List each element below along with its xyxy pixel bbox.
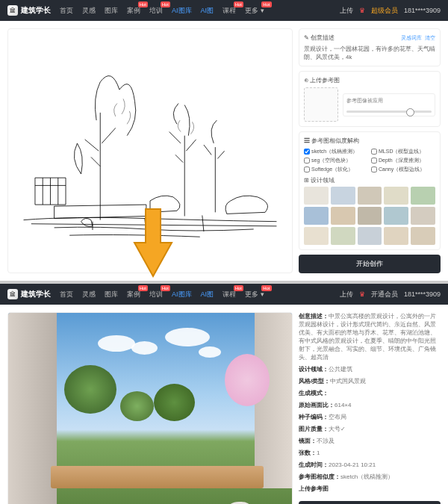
mode-Depth[interactable]: Depth（深度推测） [371, 157, 435, 164]
result-sidebar: 创意描述：中景公寓高楼的景观设计，公寓外的一片景观园林设计，设计形式现代简约、亲… [299, 312, 441, 504]
style-thumb[interactable] [331, 187, 355, 205]
style-thumb[interactable] [411, 227, 435, 245]
style-thumb[interactable] [304, 207, 329, 225]
mode-seg[interactable]: seg（空间色块） [304, 157, 368, 164]
generate-button[interactable]: 开始创作 [299, 255, 441, 273]
render-canvas[interactable] [7, 312, 293, 504]
meta-list: 创意描述：中景公寓高楼的景观设计，公寓外的一片景观园林设计，设计形式现代简约、亲… [299, 312, 441, 497]
nav-案例[interactable]: 案例Hot [127, 290, 140, 299]
meta-row: 生成模式： [299, 389, 441, 397]
hot-badge: Hot [261, 285, 271, 291]
sim-title: 参考图相似度解构 [311, 137, 359, 144]
meta-row: 图片质量：大号✓ [299, 425, 441, 433]
ref-weight[interactable]: 参考图像被应用 [343, 93, 435, 116]
retry-button[interactable]: 再试一次 [299, 501, 441, 504]
nav-AI图[interactable]: AI图 [201, 6, 214, 16]
input-panel: 🏛 建筑学长 首页灵感图库案例Hot培训HotAI图库AI图课程Hot更多Hot… [0, 0, 448, 281]
hot-badge: Hot [138, 1, 148, 7]
meta-row: 设计领域：公共建筑 [299, 365, 441, 373]
meta-row: 上传参考图 [299, 485, 441, 493]
hot-badge: Hot [138, 285, 148, 291]
output-panel: 🏛 建筑学长 首页灵感图库案例Hot培训HotAI图库AI图课程Hot更多Hot… [0, 284, 448, 504]
render-image [8, 313, 292, 504]
meta-row: 张数：1 [299, 449, 441, 457]
topbar-2: 🏛 建筑学长 首页灵感图库案例Hot培训HotAI图库AI图课程Hot更多Hot… [0, 284, 448, 305]
style-thumb[interactable] [411, 207, 435, 225]
style-thumb[interactable] [384, 227, 408, 245]
meta-row: 种子编码：空布局 [299, 413, 441, 421]
arrow-icon [131, 205, 175, 281]
user-id: 181****3909 [404, 7, 441, 14]
style-thumb[interactable] [358, 207, 382, 225]
open-vip[interactable]: 开通会员 [371, 290, 398, 299]
ref-card: ⊕ 上传参考图 参考图像被应用 [299, 71, 441, 127]
sidebar: ✎ 创意描述 灵感词库清空 景观设计，一个园林花园，有许多的花草、天气晴朗、风景… [299, 28, 441, 273]
logo-icon: 🏛 [7, 289, 18, 299]
mode-sketch[interactable]: sketch（线稿推测） [304, 148, 368, 155]
style-thumb[interactable] [331, 207, 355, 225]
style-thumb[interactable] [358, 227, 382, 245]
nav-首页[interactable]: 首页 [60, 290, 73, 299]
hot-badge: Hot [234, 1, 243, 7]
style-thumb[interactable] [331, 227, 355, 245]
upload-link[interactable]: 上传 [340, 6, 353, 16]
hot-badge: Hot [161, 285, 170, 291]
logo-icon: 🏛 [7, 5, 18, 16]
meta-row: 原始画面比：614×4 [299, 401, 441, 409]
style-thumb[interactable] [304, 187, 329, 205]
style-thumb[interactable] [384, 187, 408, 205]
hot-badge: Hot [234, 285, 243, 291]
clear-link[interactable]: 清空 [425, 35, 435, 40]
nav-培训[interactable]: 培训Hot [149, 290, 163, 299]
crown-icon: ♛ [359, 7, 365, 14]
nav-图库[interactable]: 图库 [105, 6, 118, 16]
nav-图库[interactable]: 图库 [105, 290, 118, 299]
brand: 建筑学长 [21, 5, 51, 16]
nav-AI图库[interactable]: AI图库 [172, 290, 192, 299]
meta-row: 风格/类型：中式国风景观 [299, 377, 441, 385]
upload-link[interactable]: 上传 [340, 290, 353, 299]
field-title: 设计领域 [311, 177, 335, 184]
user-id: 181****3909 [404, 290, 441, 298]
mode-card: ☰ 参考图相似度解构 sketch（线稿推测）MLSD（模型直线）seg（空间色… [299, 131, 441, 250]
nav-课程[interactable]: 课程Hot [223, 6, 236, 16]
meta-row: 参考图相似度：sketch（线稿推测） [299, 473, 441, 481]
crown-icon: ♛ [359, 290, 365, 298]
weight-slider[interactable] [346, 111, 432, 113]
nav-更多[interactable]: 更多Hot ▾ [245, 290, 264, 299]
nav-更多[interactable]: 更多Hot ▾ [245, 6, 264, 16]
nav-首页[interactable]: 首页 [60, 6, 73, 16]
nav: 首页灵感图库案例Hot培训HotAI图库AI图课程Hot更多Hot ▾ [60, 6, 264, 16]
nav-灵感[interactable]: 灵感 [82, 6, 96, 16]
pencil-icon: ✎ 创意描述 [304, 34, 335, 42]
hot-badge: Hot [261, 1, 271, 7]
style-thumb[interactable] [411, 187, 435, 205]
nav-灵感[interactable]: 灵感 [82, 290, 96, 299]
style-thumb[interactable] [358, 187, 382, 205]
vip-badge[interactable]: 超级会员 [371, 6, 398, 16]
brand: 建筑学长 [21, 289, 51, 299]
desc-text[interactable]: 景观设计，一个园林花园，有许多的花草、天气晴朗、风景优美，4k [304, 45, 435, 61]
meta-row: 生成时间：2023-04-21 10:21 [299, 461, 441, 469]
ref-upload-slot[interactable] [304, 87, 338, 122]
desc-card: ✎ 创意描述 灵感词库清空 景观设计，一个园林花园，有许多的花草、天气晴朗、风景… [299, 28, 441, 66]
nav-案例[interactable]: 案例Hot [127, 6, 140, 16]
hot-badge: Hot [161, 1, 170, 7]
meta-row: 镜面：不涉及 [299, 437, 441, 445]
inspiration-link[interactable]: 灵感词库 [401, 35, 422, 40]
nav-AI图库[interactable]: AI图库 [172, 6, 192, 16]
style-thumb[interactable] [304, 227, 329, 245]
nav: 首页灵感图库案例Hot培训HotAI图库AI图课程Hot更多Hot ▾ [60, 290, 264, 299]
ref-title: 上传参考图 [310, 77, 340, 84]
nav-培训[interactable]: 培训Hot [149, 6, 163, 16]
style-thumb[interactable] [384, 207, 408, 225]
nav-AI图[interactable]: AI图 [201, 290, 214, 299]
topbar: 🏛 建筑学长 首页灵感图库案例Hot培训HotAI图库AI图课程Hot更多Hot… [0, 0, 448, 21]
mode-Softedge[interactable]: Softedge（软化） [304, 166, 368, 173]
nav-课程[interactable]: 课程Hot [223, 290, 236, 299]
mode-MLSD[interactable]: MLSD（模型直线） [371, 148, 435, 155]
mode-Canny[interactable]: Canny（模型边线） [371, 166, 435, 173]
